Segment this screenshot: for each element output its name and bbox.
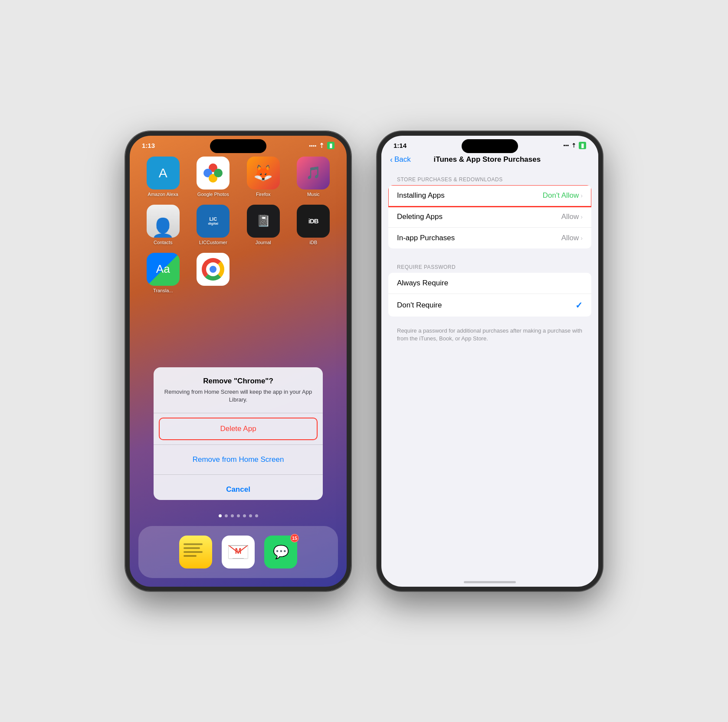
app-grid: A Amazon Alexa Google Photos 🦊 Firefox 🎵 xyxy=(130,152,347,293)
app-contacts-label: Contacts xyxy=(154,240,172,245)
wifi-icon-2: ⇡ xyxy=(571,142,576,149)
app-lic-label: LICCustomer xyxy=(199,240,227,245)
row-dont-require[interactable]: Don't Require ✓ xyxy=(388,294,591,317)
chevron-left-icon: ‹ xyxy=(390,155,393,164)
app-alexa-label: Amazon Alexa xyxy=(148,192,178,197)
battery-icon-2: ▮ xyxy=(579,142,586,149)
installing-apps-label: Installing Apps xyxy=(397,191,445,200)
chevron-inapp: › xyxy=(580,235,583,242)
settings-nav: ‹ Back iTunes & App Store Purchases xyxy=(381,152,598,170)
time-2: 1:14 xyxy=(394,142,407,149)
app-idb[interactable]: iDB iDB xyxy=(292,205,335,245)
settings-group-store: Installing Apps Don't Allow › Deleting A… xyxy=(388,185,591,248)
dialog-divider-1 xyxy=(154,413,323,413)
time-1: 1:13 xyxy=(142,142,155,149)
dock-gmail[interactable]: M xyxy=(222,536,255,568)
dialog-title: Remove "Chrome"? xyxy=(162,377,314,386)
home-indicator xyxy=(464,581,516,583)
battery-icon-1: ▮ xyxy=(327,142,334,149)
row-installing-apps[interactable]: Installing Apps Don't Allow › xyxy=(388,185,591,206)
settings-body: STORE PURCHASES & REDOWNLOADS Installing… xyxy=(381,170,598,350)
remove-from-home-button[interactable]: Remove from Home Screen xyxy=(154,449,323,470)
section-label-password: REQUIRE PASSWORD xyxy=(388,257,591,273)
settings-note: Require a password for additional purcha… xyxy=(388,325,591,350)
inapp-label: In-app Purchases xyxy=(397,234,455,242)
signal-icon-1: ▪▪▪▪ xyxy=(309,143,316,149)
dock-whatsapp[interactable]: 💬 15 xyxy=(264,536,297,568)
status-icons-2: ▪▪▪ ⇡ ▮ xyxy=(563,142,586,149)
page-title: iTunes & App Store Purchases xyxy=(411,155,564,164)
app-firefox[interactable]: 🦊 Firefox xyxy=(242,157,285,197)
app-translate[interactable]: Aa Transla... xyxy=(142,253,184,293)
notch-1 xyxy=(210,139,266,153)
delete-app-button[interactable]: Delete App xyxy=(159,418,318,440)
app-journal-label: Journal xyxy=(256,240,271,245)
app-lic[interactable]: LIC digital LICCustomer xyxy=(192,205,235,245)
settings-group-password: Always Require Don't Require ✓ xyxy=(388,273,591,317)
back-label: Back xyxy=(394,155,411,164)
phone-2: 1:14 ▪▪▪ ⇡ ▮ ‹ Back iTunes & App Store P… xyxy=(377,131,603,591)
app-alexa[interactable]: A Amazon Alexa xyxy=(142,157,184,197)
app-music-label: Music xyxy=(307,192,320,197)
app-gphotos[interactable]: Google Photos xyxy=(192,157,235,197)
page-dots xyxy=(130,514,347,517)
status-icons-1: ▪▪▪▪ ⇡ ▮ xyxy=(309,142,334,150)
app-firefox-label: Firefox xyxy=(256,192,271,197)
row-inapp-purchases[interactable]: In-app Purchases Allow › xyxy=(388,228,591,248)
back-button[interactable]: ‹ Back xyxy=(390,155,411,164)
app-gphotos-label: Google Photos xyxy=(197,192,229,197)
row-deleting-apps[interactable]: Deleting Apps Allow › xyxy=(388,206,591,228)
signal-icon-2: ▪▪▪ xyxy=(563,142,569,148)
dialog-divider-3 xyxy=(154,474,323,475)
wifi-icon-1: ⇡ xyxy=(319,142,325,150)
row-always-require[interactable]: Always Require xyxy=(388,273,591,294)
notch-2 xyxy=(462,139,518,153)
cancel-button[interactable]: Cancel xyxy=(154,479,323,500)
whatsapp-badge: 15 xyxy=(290,534,299,542)
always-require-label: Always Require xyxy=(397,279,448,287)
svg-text:M: M xyxy=(235,547,242,555)
deleting-apps-value: Allow › xyxy=(561,212,583,221)
phone-1: 1:13 ▪▪▪▪ ⇡ ▮ A Amazon Alexa xyxy=(125,131,351,591)
app-music[interactable]: 🎵 Music xyxy=(292,157,335,197)
remove-chrome-dialog: Remove "Chrome"? Removing from Home Scre… xyxy=(154,367,323,500)
installing-apps-value: Don't Allow › xyxy=(543,191,583,200)
dialog-divider-2 xyxy=(154,444,323,445)
app-translate-label: Transla... xyxy=(153,288,173,293)
dock: M 💬 15 xyxy=(138,526,338,578)
deleting-apps-label: Deleting Apps xyxy=(397,212,443,221)
dialog-subtitle: Removing from Home Screen will keep the … xyxy=(162,388,314,404)
dock-notes[interactable] xyxy=(179,536,212,568)
app-contacts[interactable]: 👤 Contacts xyxy=(142,205,184,245)
app-journal[interactable]: 📓 Journal xyxy=(242,205,285,245)
app-chrome[interactable] xyxy=(192,253,235,293)
inapp-value: Allow › xyxy=(561,234,583,242)
checkmark-icon: ✓ xyxy=(575,300,583,310)
dont-require-label: Don't Require xyxy=(397,301,442,310)
chevron-deleting: › xyxy=(580,213,583,220)
app-idb-label: iDB xyxy=(309,240,317,245)
section-label-store: STORE PURCHASES & REDOWNLOADS xyxy=(388,170,591,185)
chevron-installing: › xyxy=(580,192,583,199)
